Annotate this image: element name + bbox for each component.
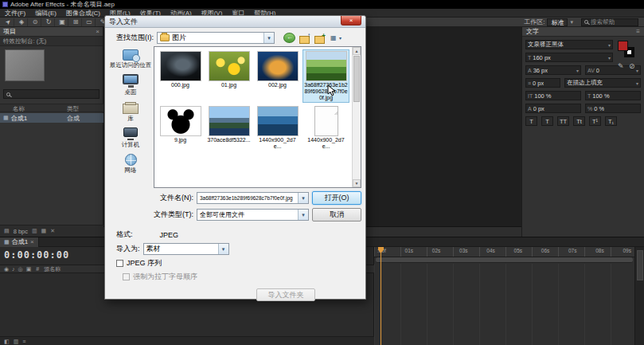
scroll-down-icon[interactable]: ▼ [353,179,361,187]
column-layer-number[interactable]: # [36,266,39,272]
lock-icon[interactable] [26,266,32,272]
import-folder-button[interactable]: 导入文件夹 [256,288,315,301]
timeline-scrollbar[interactable] [634,247,644,345]
chevron-down-icon [608,54,611,61]
scroll-up-icon[interactable]: ▲ [353,47,361,55]
rotate-tool-icon[interactable] [43,18,55,26]
playhead[interactable] [381,247,381,345]
work-area-bar[interactable] [376,257,633,263]
column-name[interactable]: 名称 [13,105,25,113]
hand-tool-icon[interactable] [16,18,28,26]
faux-style-button[interactable]: Tt [573,116,585,126]
import-as-dropdown[interactable]: 素材 [143,243,229,255]
panel-menu-icon[interactable]: ≡ [636,28,640,35]
menu-item[interactable]: 编辑(E) [30,9,61,18]
chevron-down-icon[interactable] [263,33,274,43]
layer-track-area[interactable] [374,264,634,345]
close-icon[interactable]: × [30,238,34,245]
new-folder-icon[interactable]: ▥ [32,228,37,234]
project-search-input[interactable] [3,89,100,99]
menu-item[interactable]: 文件(F) [0,9,30,18]
faux-style-button[interactable]: T [525,116,537,126]
expand-layer-switches-icon[interactable]: ◧ [4,339,10,345]
tab-project[interactable]: 项目 × [0,27,103,37]
dialog-titlebar[interactable]: 导入文件 [105,16,365,28]
solo-icon[interactable] [18,266,23,272]
menu-item[interactable]: 图像合成(C) [61,9,105,18]
close-icon[interactable]: × [96,28,100,35]
open-button[interactable]: 打开(O) [312,191,361,205]
trash-icon[interactable]: ✕ [50,228,55,234]
font-family-dropdown[interactable]: 文泉驿正黑体 [525,40,613,49]
new-folder-icon[interactable] [313,32,326,44]
faux-style-button[interactable]: T [541,116,553,126]
horizontal-scale-field[interactable]: 100 % [585,91,641,100]
project-item-row[interactable]: ▦ 合成1 合成 [0,113,103,123]
faux-style-button[interactable]: TT [557,116,569,126]
selection-tool-icon[interactable] [2,18,14,26]
column-type[interactable]: 类型 [67,105,79,113]
ruler-label: 07s [568,248,576,253]
dialog-close-button[interactable]: × [341,16,361,25]
cancel-button[interactable]: 取消 [312,208,361,222]
mask-tool-icon[interactable] [84,18,96,26]
font-size-field[interactable]: 160 px [525,53,613,62]
tab-character[interactable]: 文字 [526,27,539,36]
file-list-scrollbar[interactable]: ▲ ▼ [352,47,361,187]
eyedropper-icon[interactable]: ✎ [618,62,624,70]
scrollbar-thumb[interactable] [637,250,643,280]
place-item[interactable]: 网络 [109,154,152,174]
jpeg-sequence-checkbox[interactable] [116,260,123,267]
time-ruler[interactable]: :00f01s02s03s04s05s06s07s08s09s [374,247,634,257]
file-item[interactable]: 000.jpg [157,49,204,103]
stroke-style-dropdown[interactable]: 在描边上填充 [564,78,641,88]
file-item[interactable]: 002.jpg [254,49,301,103]
file-item[interactable]: 1440x900_2d7e... [254,104,301,151]
file-item[interactable]: 370ace8df5322... [205,104,252,151]
workspace-dropdown[interactable]: 标准 [547,18,568,26]
file-item[interactable]: 3a68ff27363e1b289f69628c7b7f0e0f.jpg [302,49,349,103]
chevron-down-icon[interactable] [218,244,228,254]
place-item[interactable]: 桌面 [109,74,152,96]
faux-style-button[interactable]: T¹ [589,116,601,126]
tab-composition[interactable]: ▦ 合成1 × [0,237,39,247]
zoom-tool-icon[interactable] [29,18,41,26]
pan-behind-tool-icon[interactable] [70,18,82,26]
tab-effect-controls[interactable]: 特效控制台: (无) [0,37,103,46]
stroke-width-field[interactable]: 0 px [525,78,560,88]
expand-transfer-controls-icon[interactable]: ▥ [14,339,19,345]
no-color-icon[interactable]: ⊘ [629,62,635,70]
file-item[interactable]: 1440x900_2d7e... [302,104,349,151]
baseline-shift-field[interactable]: 0 px [525,104,581,113]
vertical-scale-field[interactable]: 100 % [525,91,581,100]
file-item[interactable]: 01.jpg [205,49,252,103]
expand-in-out-icon[interactable]: ≡ [22,339,25,344]
views-icon[interactable] [328,32,342,44]
chevron-down-icon[interactable] [298,193,308,203]
eye-icon[interactable] [4,266,9,272]
proportional-spacing-field[interactable]: 0 % [585,104,641,113]
current-timecode[interactable]: 0:00:00:00 [4,249,69,261]
faux-style-button[interactable]: T₁ [605,116,617,126]
scrollbar-thumb[interactable] [353,56,360,102]
filename-input[interactable]: 3a68ff27363e1b289f69628c7b7f0e0f.jpg [197,192,309,204]
file-item[interactable]: 9.jpg [157,104,204,151]
back-icon[interactable] [283,32,296,44]
chevron-down-icon[interactable] [570,18,573,25]
search-help-input[interactable]: 搜索帮助 [581,18,638,26]
place-item[interactable]: 库 [109,101,152,122]
column-source-name[interactable]: 源名称 [44,265,60,273]
place-item[interactable]: 最近访问的位置 [109,49,152,69]
fill-color-swatch[interactable] [618,41,628,51]
filetype-dropdown[interactable]: 全部可使用文件 [197,209,309,221]
chevron-down-icon[interactable] [298,210,308,220]
up-folder-icon[interactable] [298,32,311,44]
bit-depth-label[interactable]: 8 bpc [14,228,28,235]
new-composition-icon[interactable]: ▦ [41,228,47,234]
interpret-footage-icon[interactable]: ▤ [4,228,10,234]
leading-field[interactable]: 36 px [525,65,581,75]
place-item[interactable]: 计算机 [109,127,152,148]
camera-tool-icon[interactable] [57,18,68,26]
audio-icon[interactable] [12,266,15,272]
look-in-dropdown[interactable]: 图片 [157,32,275,44]
